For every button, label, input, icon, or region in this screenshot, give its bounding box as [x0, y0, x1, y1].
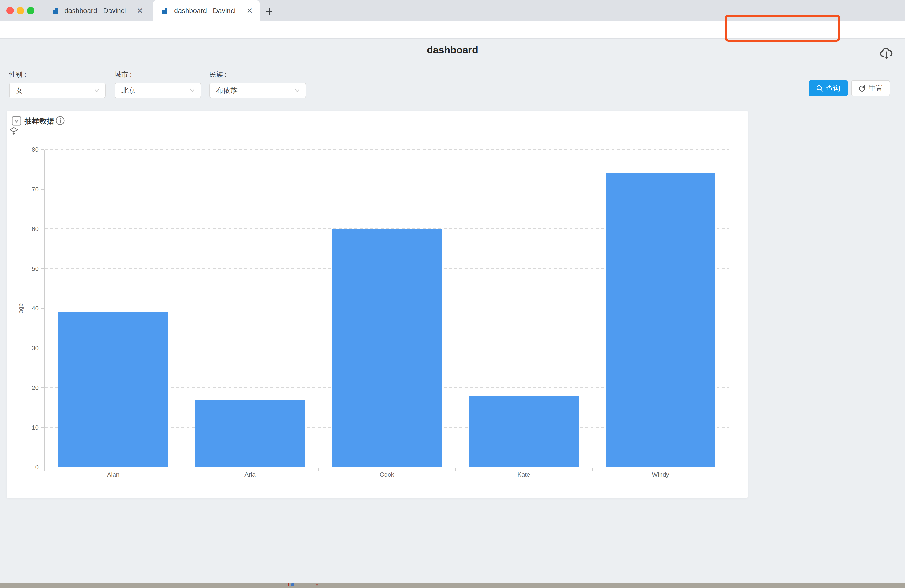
download-cloud-icon[interactable] — [878, 45, 895, 62]
bar-kate[interactable] — [469, 396, 579, 467]
desktop-speck — [288, 583, 289, 586]
filter-ethnicity-value: 布依族 — [216, 86, 238, 95]
x-tick-mark — [592, 468, 592, 471]
tab-close-icon[interactable]: ✕ — [137, 6, 143, 15]
y-tick-label: 30 — [15, 345, 39, 351]
filter-gender-label: 性别 : — [9, 70, 106, 79]
x-axis-label: Kate — [456, 471, 592, 478]
bar-alan[interactable] — [59, 312, 168, 467]
info-icon[interactable] — [55, 116, 65, 126]
macos-close-button[interactable] — [6, 7, 14, 14]
y-tick-label: 40 — [15, 305, 39, 311]
filter-ethnicity: 民族 : 布依族 — [210, 70, 306, 98]
widget-select-checkbox-icon[interactable] — [11, 116, 21, 126]
query-button-label: 查询 — [826, 84, 840, 93]
chevron-down-icon — [294, 87, 300, 94]
x-axis-label: Aria — [182, 471, 319, 478]
y-axis-line — [44, 149, 45, 471]
page-title: dashboard — [0, 44, 905, 56]
y-tick-mark — [41, 268, 44, 269]
desktop-speck — [292, 583, 294, 586]
davinci-favicon-icon — [161, 7, 169, 14]
filter-city: 城市 : 北京 — [115, 70, 201, 98]
bar-cook[interactable] — [332, 229, 442, 467]
grid-line — [45, 149, 729, 149]
macos-fullscreen-button[interactable] — [27, 7, 34, 14]
y-tick-label: 0 — [15, 464, 39, 470]
tab-title: dashboard - Davinci — [64, 7, 134, 15]
x-axis-label: Windy — [592, 471, 729, 478]
plot-area: age 01020304050607080AlanAriaCookKateWin… — [45, 149, 729, 467]
widget-title: 抽样数据 — [25, 116, 54, 126]
filter-gender-value: 女 — [16, 86, 23, 95]
drill-down-icon[interactable] — [9, 126, 19, 136]
y-tick-label: 60 — [15, 226, 39, 232]
x-tick-mark — [456, 468, 456, 471]
y-tick-label: 10 — [15, 425, 39, 431]
browser-tab-2-active[interactable]: dashboard - Davinci ✕ — [152, 0, 260, 21]
filter-gender-select[interactable]: 女 — [9, 82, 106, 98]
browser-tab-1[interactable]: dashboard - Davinci ✕ — [43, 0, 150, 21]
browser-toolbar: )31C605B7C115040027BFD4101411BBE96F3AE14… — [0, 21, 905, 39]
y-tick-mark — [41, 467, 44, 468]
macos-minimize-button[interactable] — [17, 7, 24, 14]
new-tab-button[interactable]: + — [265, 3, 273, 19]
filter-ethnicity-select[interactable]: 布依族 — [210, 82, 306, 98]
filter-city-value: 北京 — [121, 86, 136, 95]
y-tick-mark — [41, 149, 44, 150]
y-tick-mark — [41, 427, 44, 428]
y-tick-mark — [41, 189, 44, 190]
reset-button-label: 重置 — [868, 84, 883, 93]
browser-tab-strip: dashboard - Davinci ✕ dashboard - Davinc… — [0, 0, 905, 21]
tab-title: dashboard - Davinci — [174, 7, 244, 15]
desktop-edge-strip — [0, 583, 905, 588]
y-tick-label: 70 — [15, 186, 39, 192]
chevron-down-icon — [189, 87, 195, 94]
filter-ethnicity-label: 民族 : — [210, 70, 306, 79]
x-tick-mark — [729, 468, 729, 471]
x-tick-mark — [45, 468, 45, 471]
search-icon — [816, 85, 823, 92]
y-tick-mark — [41, 348, 44, 349]
y-tick-mark — [41, 229, 44, 229]
davinci-favicon-icon — [51, 7, 59, 14]
filter-city-label: 城市 : — [115, 70, 201, 79]
x-axis-label: Alan — [45, 471, 182, 478]
reset-reload-icon — [859, 85, 865, 92]
x-tick-mark — [182, 468, 182, 471]
filter-gender: 性别 : 女 — [9, 70, 106, 98]
reset-button[interactable]: 重置 — [851, 80, 890, 96]
tab-close-icon[interactable]: ✕ — [246, 6, 253, 15]
y-tick-mark — [41, 387, 44, 388]
y-tick-label: 50 — [15, 266, 39, 272]
desktop-speck — [316, 584, 318, 586]
filter-city-select[interactable]: 北京 — [115, 82, 201, 98]
query-button[interactable]: 查询 — [809, 80, 848, 96]
bar-aria[interactable] — [195, 399, 305, 467]
x-tick-mark — [318, 468, 319, 471]
chevron-down-icon — [94, 87, 100, 94]
y-tick-label: 20 — [15, 385, 39, 391]
bar-windy[interactable] — [606, 173, 715, 467]
y-tick-label: 80 — [15, 146, 39, 152]
widget-card: 抽样数据 age 01020304050607080AlanAriaCookKa… — [7, 111, 748, 498]
x-axis-label: Cook — [318, 471, 456, 478]
y-tick-mark — [41, 308, 44, 309]
